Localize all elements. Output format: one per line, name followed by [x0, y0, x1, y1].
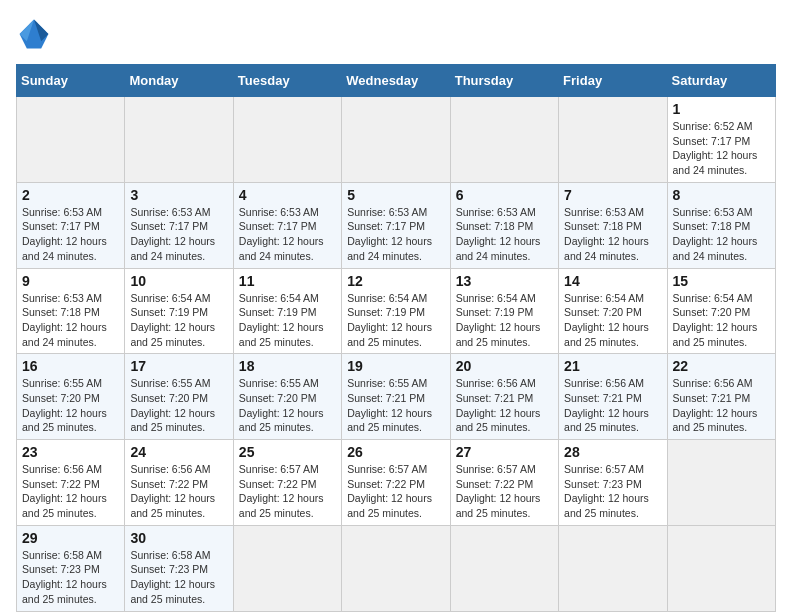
calendar-cell: 28Sunrise: 6:57 AMSunset: 7:23 PMDayligh… — [559, 440, 667, 526]
calendar-week-row: 16Sunrise: 6:55 AMSunset: 7:20 PMDayligh… — [17, 354, 776, 440]
calendar-cell — [342, 525, 450, 611]
calendar-cell: 3Sunrise: 6:53 AMSunset: 7:17 PMDaylight… — [125, 182, 233, 268]
day-number: 25 — [239, 444, 336, 460]
day-detail: Sunrise: 6:55 AMSunset: 7:21 PMDaylight:… — [347, 376, 444, 435]
day-number: 4 — [239, 187, 336, 203]
day-detail: Sunrise: 6:52 AMSunset: 7:17 PMDaylight:… — [673, 119, 770, 178]
day-number: 15 — [673, 273, 770, 289]
day-detail: Sunrise: 6:53 AMSunset: 7:17 PMDaylight:… — [347, 205, 444, 264]
day-number: 23 — [22, 444, 119, 460]
day-detail: Sunrise: 6:56 AMSunset: 7:21 PMDaylight:… — [456, 376, 553, 435]
calendar-cell: 9Sunrise: 6:53 AMSunset: 7:18 PMDaylight… — [17, 268, 125, 354]
calendar-cell: 22Sunrise: 6:56 AMSunset: 7:21 PMDayligh… — [667, 354, 775, 440]
header-sunday: Sunday — [17, 65, 125, 97]
calendar-cell: 11Sunrise: 6:54 AMSunset: 7:19 PMDayligh… — [233, 268, 341, 354]
day-number: 8 — [673, 187, 770, 203]
logo-icon — [16, 16, 52, 52]
calendar-cell: 17Sunrise: 6:55 AMSunset: 7:20 PMDayligh… — [125, 354, 233, 440]
calendar-cell — [667, 525, 775, 611]
calendar-cell: 12Sunrise: 6:54 AMSunset: 7:19 PMDayligh… — [342, 268, 450, 354]
calendar-cell: 24Sunrise: 6:56 AMSunset: 7:22 PMDayligh… — [125, 440, 233, 526]
day-detail: Sunrise: 6:56 AMSunset: 7:22 PMDaylight:… — [130, 462, 227, 521]
calendar-cell: 5Sunrise: 6:53 AMSunset: 7:17 PMDaylight… — [342, 182, 450, 268]
day-detail: Sunrise: 6:53 AMSunset: 7:18 PMDaylight:… — [564, 205, 661, 264]
day-detail: Sunrise: 6:53 AMSunset: 7:17 PMDaylight:… — [22, 205, 119, 264]
calendar-cell — [559, 97, 667, 183]
day-detail: Sunrise: 6:56 AMSunset: 7:21 PMDaylight:… — [564, 376, 661, 435]
day-detail: Sunrise: 6:54 AMSunset: 7:19 PMDaylight:… — [130, 291, 227, 350]
day-number: 9 — [22, 273, 119, 289]
day-detail: Sunrise: 6:53 AMSunset: 7:18 PMDaylight:… — [22, 291, 119, 350]
calendar-cell: 29Sunrise: 6:58 AMSunset: 7:23 PMDayligh… — [17, 525, 125, 611]
logo — [16, 16, 58, 52]
day-number: 29 — [22, 530, 119, 546]
header-wednesday: Wednesday — [342, 65, 450, 97]
calendar-cell: 18Sunrise: 6:55 AMSunset: 7:20 PMDayligh… — [233, 354, 341, 440]
calendar-week-row: 1Sunrise: 6:52 AMSunset: 7:17 PMDaylight… — [17, 97, 776, 183]
calendar-cell: 14Sunrise: 6:54 AMSunset: 7:20 PMDayligh… — [559, 268, 667, 354]
calendar-cell: 30Sunrise: 6:58 AMSunset: 7:23 PMDayligh… — [125, 525, 233, 611]
day-number: 30 — [130, 530, 227, 546]
calendar-cell: 15Sunrise: 6:54 AMSunset: 7:20 PMDayligh… — [667, 268, 775, 354]
calendar-cell: 8Sunrise: 6:53 AMSunset: 7:18 PMDaylight… — [667, 182, 775, 268]
day-detail: Sunrise: 6:54 AMSunset: 7:19 PMDaylight:… — [239, 291, 336, 350]
day-number: 1 — [673, 101, 770, 117]
day-number: 22 — [673, 358, 770, 374]
calendar-header-row: SundayMondayTuesdayWednesdayThursdayFrid… — [17, 65, 776, 97]
day-detail: Sunrise: 6:54 AMSunset: 7:19 PMDaylight:… — [456, 291, 553, 350]
calendar-cell: 26Sunrise: 6:57 AMSunset: 7:22 PMDayligh… — [342, 440, 450, 526]
day-number: 11 — [239, 273, 336, 289]
calendar-cell — [125, 97, 233, 183]
calendar-cell — [342, 97, 450, 183]
day-number: 26 — [347, 444, 444, 460]
day-number: 20 — [456, 358, 553, 374]
page-header — [16, 16, 776, 52]
calendar-cell: 7Sunrise: 6:53 AMSunset: 7:18 PMDaylight… — [559, 182, 667, 268]
header-thursday: Thursday — [450, 65, 558, 97]
calendar-cell — [450, 525, 558, 611]
day-detail: Sunrise: 6:53 AMSunset: 7:18 PMDaylight:… — [673, 205, 770, 264]
day-number: 6 — [456, 187, 553, 203]
calendar-cell: 4Sunrise: 6:53 AMSunset: 7:17 PMDaylight… — [233, 182, 341, 268]
day-detail: Sunrise: 6:56 AMSunset: 7:22 PMDaylight:… — [22, 462, 119, 521]
calendar-cell: 2Sunrise: 6:53 AMSunset: 7:17 PMDaylight… — [17, 182, 125, 268]
calendar-cell — [559, 525, 667, 611]
calendar-cell: 16Sunrise: 6:55 AMSunset: 7:20 PMDayligh… — [17, 354, 125, 440]
header-friday: Friday — [559, 65, 667, 97]
day-detail: Sunrise: 6:57 AMSunset: 7:22 PMDaylight:… — [239, 462, 336, 521]
day-number: 24 — [130, 444, 227, 460]
day-detail: Sunrise: 6:54 AMSunset: 7:20 PMDaylight:… — [673, 291, 770, 350]
day-number: 7 — [564, 187, 661, 203]
calendar-table: SundayMondayTuesdayWednesdayThursdayFrid… — [16, 64, 776, 612]
calendar-cell — [17, 97, 125, 183]
header-saturday: Saturday — [667, 65, 775, 97]
day-number: 12 — [347, 273, 444, 289]
day-detail: Sunrise: 6:54 AMSunset: 7:20 PMDaylight:… — [564, 291, 661, 350]
day-detail: Sunrise: 6:55 AMSunset: 7:20 PMDaylight:… — [130, 376, 227, 435]
day-number: 10 — [130, 273, 227, 289]
day-number: 14 — [564, 273, 661, 289]
day-detail: Sunrise: 6:53 AMSunset: 7:17 PMDaylight:… — [239, 205, 336, 264]
day-number: 16 — [22, 358, 119, 374]
day-number: 21 — [564, 358, 661, 374]
day-number: 28 — [564, 444, 661, 460]
day-detail: Sunrise: 6:57 AMSunset: 7:22 PMDaylight:… — [347, 462, 444, 521]
header-tuesday: Tuesday — [233, 65, 341, 97]
day-number: 27 — [456, 444, 553, 460]
header-monday: Monday — [125, 65, 233, 97]
calendar-cell — [233, 97, 341, 183]
calendar-cell: 25Sunrise: 6:57 AMSunset: 7:22 PMDayligh… — [233, 440, 341, 526]
day-detail: Sunrise: 6:58 AMSunset: 7:23 PMDaylight:… — [22, 548, 119, 607]
calendar-cell: 21Sunrise: 6:56 AMSunset: 7:21 PMDayligh… — [559, 354, 667, 440]
day-number: 5 — [347, 187, 444, 203]
calendar-cell: 27Sunrise: 6:57 AMSunset: 7:22 PMDayligh… — [450, 440, 558, 526]
calendar-cell: 20Sunrise: 6:56 AMSunset: 7:21 PMDayligh… — [450, 354, 558, 440]
calendar-cell — [667, 440, 775, 526]
day-detail: Sunrise: 6:55 AMSunset: 7:20 PMDaylight:… — [239, 376, 336, 435]
day-number: 2 — [22, 187, 119, 203]
calendar-cell — [233, 525, 341, 611]
calendar-cell: 19Sunrise: 6:55 AMSunset: 7:21 PMDayligh… — [342, 354, 450, 440]
day-detail: Sunrise: 6:57 AMSunset: 7:23 PMDaylight:… — [564, 462, 661, 521]
calendar-cell: 23Sunrise: 6:56 AMSunset: 7:22 PMDayligh… — [17, 440, 125, 526]
day-number: 19 — [347, 358, 444, 374]
